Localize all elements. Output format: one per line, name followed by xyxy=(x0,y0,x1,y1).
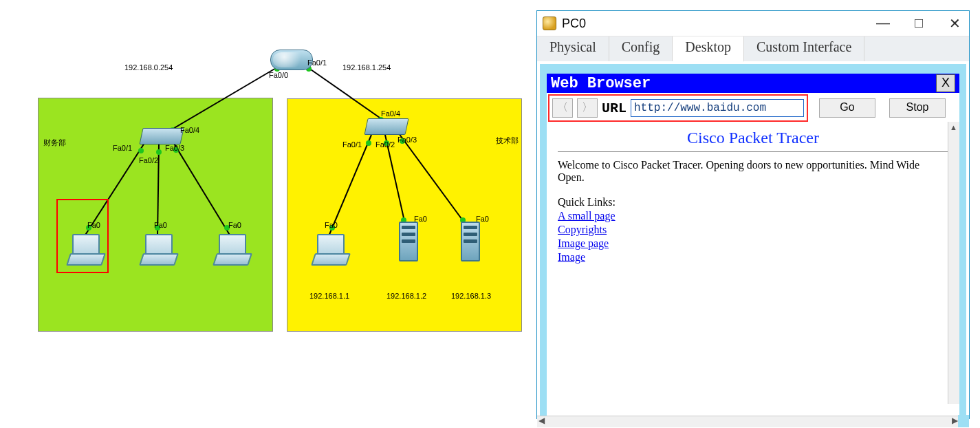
page-heading: Cisco Packet Tracer xyxy=(558,129,948,147)
resize-grip-icon[interactable] xyxy=(958,415,969,427)
server-right-1-if: Fa0 xyxy=(414,215,427,223)
server-right-1[interactable] xyxy=(399,222,418,261)
switch-left[interactable] xyxy=(141,128,182,145)
divider xyxy=(558,151,948,152)
url-input[interactable] xyxy=(631,99,804,117)
tab-desktop[interactable]: Desktop xyxy=(673,36,744,62)
router[interactable] xyxy=(270,50,313,70)
pc-left-2-if: Fa0 xyxy=(154,222,167,229)
link-image-page[interactable]: Image page xyxy=(558,237,609,250)
switch-left-fa04: Fa0/4 xyxy=(180,127,199,134)
link-copyrights[interactable]: Copyrights xyxy=(558,224,607,236)
ip-right-3: 192.168.1.3 xyxy=(451,292,491,300)
server-right-2-if: Fa0 xyxy=(476,215,489,223)
svg-point-16 xyxy=(366,140,371,146)
forward-button[interactable]: 〉 xyxy=(577,98,598,118)
window-maximize[interactable]: □ xyxy=(910,15,928,32)
window-title: PC0 xyxy=(562,17,586,31)
window-close[interactable]: ✕ xyxy=(946,15,963,32)
page-body: Welcome to Cisco Packet Tracer. Opening … xyxy=(558,159,948,184)
desktop-app-frame: Web Browser X 〈 〉 URL Go Stop Cisco Pack… xyxy=(540,64,966,425)
pc-left-2[interactable] xyxy=(141,234,174,264)
pc0-window: PC0 — □ ✕ Physical Config Desktop Custom… xyxy=(536,10,970,419)
pc-right-1-if: Fa0 xyxy=(325,222,338,229)
pc-left-3-if: Fa0 xyxy=(228,222,241,229)
switch-right-fa03: Fa0/3 xyxy=(398,136,417,144)
pc-left-3[interactable] xyxy=(215,234,248,264)
svg-point-7 xyxy=(138,148,144,153)
svg-line-12 xyxy=(173,142,230,236)
vertical-scrollbar[interactable] xyxy=(948,122,959,404)
tab-bar: Physical Config Desktop Custom Interface xyxy=(537,36,969,61)
svg-line-21 xyxy=(399,133,468,227)
router-port-fa01: Fa0/1 xyxy=(307,59,327,67)
url-bar-highlight: 〈 〉 URL xyxy=(548,94,808,122)
url-label: URL xyxy=(602,100,627,116)
pc-left-1-if: Fa0 xyxy=(87,222,100,229)
svg-line-3 xyxy=(302,63,389,124)
switch-right[interactable] xyxy=(366,118,407,135)
web-browser-titlebar[interactable]: Web Browser X xyxy=(547,74,959,93)
switch-right-fa02: Fa0/2 xyxy=(375,141,395,149)
go-button[interactable]: Go xyxy=(819,98,875,118)
gateway-right: 192.168.1.254 xyxy=(342,64,391,72)
switch-right-fa04: Fa0/4 xyxy=(381,110,400,118)
pc-right-1[interactable] xyxy=(313,234,346,264)
ip-right-2: 192.168.1.2 xyxy=(386,292,426,300)
quick-links-label: Quick Links: xyxy=(558,196,948,208)
gateway-left: 192.168.0.254 xyxy=(124,64,173,72)
horizontal-scrollbar[interactable] xyxy=(537,416,959,427)
server-right-2[interactable] xyxy=(461,222,480,261)
svg-line-18 xyxy=(385,135,406,227)
link-small-page[interactable]: A small page xyxy=(558,210,616,222)
tab-physical[interactable]: Physical xyxy=(537,36,609,61)
rendered-page: Cisco Packet Tracer Welcome to Cisco Pac… xyxy=(547,123,959,269)
ip-right-1: 192.168.1.1 xyxy=(309,292,349,300)
link-image[interactable]: Image xyxy=(558,251,585,264)
web-browser-title: Web Browser xyxy=(551,75,651,92)
pc-left-1[interactable] xyxy=(68,234,101,264)
switch-left-fa02: Fa0/2 xyxy=(139,157,158,164)
switch-left-fa01: Fa0/1 xyxy=(113,145,132,152)
app-icon xyxy=(543,17,556,30)
router-port-fa00: Fa0/0 xyxy=(269,72,288,79)
switch-right-fa01: Fa0/1 xyxy=(342,141,362,149)
window-minimize[interactable]: — xyxy=(874,15,892,32)
svg-line-0 xyxy=(164,63,284,134)
back-button[interactable]: 〈 xyxy=(552,98,573,118)
stop-button[interactable]: Stop xyxy=(889,98,946,118)
switch-left-fa03: Fa0/3 xyxy=(165,145,184,152)
titlebar[interactable]: PC0 — □ ✕ xyxy=(537,11,969,36)
web-browser-close[interactable]: X xyxy=(936,74,955,92)
tab-config[interactable]: Config xyxy=(609,36,673,61)
svg-point-10 xyxy=(156,149,162,155)
tab-custom[interactable]: Custom Interface xyxy=(744,36,864,61)
topology-canvas[interactable]: 财务部 技术部 Fa0/0 Fa0/1 192.168.0.254 192.16… xyxy=(0,0,536,428)
